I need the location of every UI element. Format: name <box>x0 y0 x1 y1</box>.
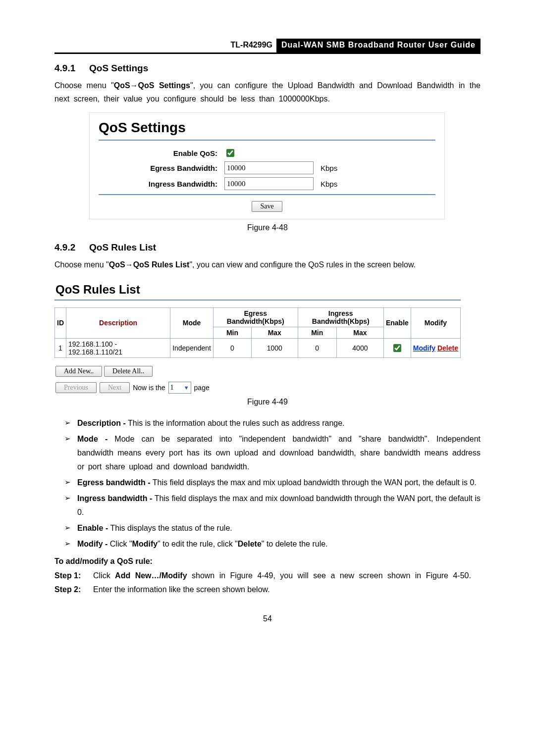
section-4-9-1-para: Choose menu "QoS→QoS Settings", you can … <box>54 79 481 105</box>
steps-list: Step 1: Click Add New…/Modify shown in F… <box>54 569 481 597</box>
col-enable: Enable <box>383 307 411 338</box>
cell-id: 1 <box>55 338 66 357</box>
page-number: 1 <box>170 384 174 392</box>
cell-description: 192.168.1.100 - 192.168.1.110/21 <box>66 338 170 357</box>
list-item: Egress bandwidth - This field displays t… <box>64 476 481 490</box>
enable-qos-label: Enable QoS: <box>99 149 224 157</box>
page-label: page <box>194 384 210 392</box>
model-code: TL-R4299G <box>227 39 276 52</box>
cell-modify: ModifyDelete <box>411 338 460 357</box>
section-number: 4.9.2 <box>54 242 89 253</box>
add-modify-heading: To add/modify a QoS rule: <box>54 557 481 566</box>
col-id: ID <box>55 307 66 338</box>
section-title: QoS Rules List <box>89 242 156 252</box>
delete-link[interactable]: Delete <box>437 344 458 352</box>
doc-title: Dual-WAN SMB Broadband Router User Guide <box>276 39 481 52</box>
egress-bandwidth-input[interactable] <box>224 161 314 174</box>
now-is-the-label: Now is the <box>133 384 165 392</box>
qos-rules-list-panel: QoS Rules List ID Description Mode Egres… <box>54 279 461 394</box>
list-item: Modify - Click "Modify" to edit the rule… <box>64 537 481 551</box>
cell-egress-max: 1000 <box>252 338 298 357</box>
panel-title: QoS Settings <box>99 120 435 136</box>
col-modify: Modify <box>411 307 460 338</box>
col-egress-max: Max <box>252 327 298 338</box>
egress-unit: Kbps <box>314 164 337 172</box>
step-1: Step 1: Click Add New…/Modify shown in F… <box>54 569 481 583</box>
cell-egress-min: 0 <box>213 338 251 357</box>
page-header: TL-R4299G Dual-WAN SMB Broadband Router … <box>54 39 481 54</box>
modify-link[interactable]: Modify <box>413 344 435 352</box>
cell-enable <box>383 338 411 357</box>
col-ingress: Ingress Bandwidth(Kbps) <box>298 307 383 327</box>
figure-4-49-caption: Figure 4-49 <box>54 398 481 406</box>
col-mode: Mode <box>170 307 214 338</box>
col-egress-min: Min <box>213 327 251 338</box>
cell-ingress-max: 4000 <box>336 338 383 357</box>
section-number: 4.9.1 <box>54 63 89 74</box>
step-2: Step 2: Enter the information like the s… <box>54 583 481 597</box>
cell-mode: Independent <box>170 338 214 357</box>
section-4-9-1-heading: 4.9.1QoS Settings <box>54 63 481 74</box>
ingress-bandwidth-input[interactable] <box>224 177 314 190</box>
list-item: Enable - This displays the status of the… <box>64 521 481 535</box>
list-item: Ingress bandwidth - This field displays … <box>64 492 481 519</box>
col-description: Description <box>66 307 170 338</box>
page-number-footer: 54 <box>54 614 481 623</box>
enable-qos-checkbox[interactable] <box>226 149 234 157</box>
col-ingress-max: Max <box>336 327 383 338</box>
table-row: 1 192.168.1.100 - 192.168.1.110/21 Indep… <box>55 338 461 357</box>
col-ingress-min: Min <box>298 327 336 338</box>
figure-4-48-caption: Figure 4-48 <box>54 223 481 232</box>
cell-ingress-min: 0 <box>298 338 336 357</box>
previous-button[interactable]: Previous <box>55 382 97 393</box>
panel-title: QoS Rules List <box>55 283 461 297</box>
list-item: Description - This is the information ab… <box>64 416 481 430</box>
egress-bandwidth-label: Egress Bandwidth: <box>99 164 224 172</box>
section-4-9-2-heading: 4.9.2QoS Rules List <box>54 242 481 253</box>
step-label: Step 2: <box>54 583 93 597</box>
section-4-9-2-para: Choose menu "QoS→QoS Rules List", you ca… <box>54 258 481 271</box>
ingress-bandwidth-label: Ingress Bandwidth: <box>99 180 224 188</box>
chevron-down-icon: ▼ <box>183 385 189 391</box>
section-title: QoS Settings <box>89 63 148 73</box>
qos-settings-panel: QoS Settings Enable QoS: Egress Bandwidt… <box>89 112 445 219</box>
save-button[interactable]: Save <box>252 201 282 212</box>
ingress-unit: Kbps <box>314 180 337 188</box>
field-descriptions-list: Description - This is the information ab… <box>54 416 481 551</box>
col-egress: Egress Bandwidth(Kbps) <box>213 307 298 327</box>
add-new-button[interactable]: Add New.. <box>55 366 102 377</box>
next-button[interactable]: Next <box>100 382 130 393</box>
rule-enable-checkbox[interactable] <box>393 344 401 352</box>
step-label: Step 1: <box>54 569 93 583</box>
qos-rules-table: ID Description Mode Egress Bandwidth(Kbp… <box>54 307 461 358</box>
list-item: Mode - Mode can be separated into "indep… <box>64 432 481 474</box>
delete-all-button[interactable]: Delete All.. <box>104 366 153 377</box>
page-select[interactable]: 1 ▼ <box>168 382 191 394</box>
